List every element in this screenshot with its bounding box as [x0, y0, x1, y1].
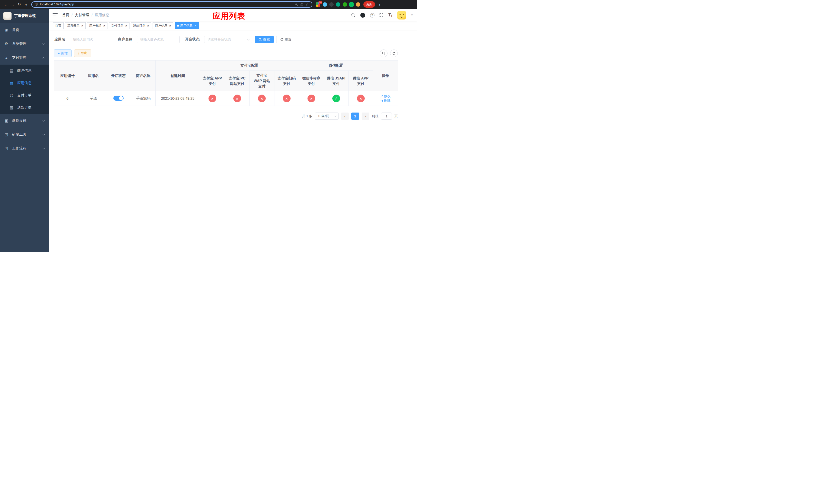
search-button[interactable]: 搜索	[255, 36, 273, 43]
export-button[interactable]: ↓ 导出	[74, 49, 91, 57]
grid-icon: ▦	[9, 81, 14, 85]
browser-home-button[interactable]: ⌂	[23, 1, 29, 8]
sidebar-item-dev-tools[interactable]: ◰ 研发工具	[0, 128, 49, 141]
bookmark-star-icon[interactable]: ☆	[306, 3, 309, 6]
user-avatar[interactable]	[397, 11, 406, 20]
font-size-icon[interactable]: TT	[388, 13, 392, 17]
chevron-up-icon	[43, 57, 45, 60]
browser-back-button[interactable]: ←	[3, 1, 9, 8]
goto-page-input[interactable]	[381, 113, 392, 120]
status-toggle[interactable]	[113, 96, 124, 101]
caret-down-icon[interactable]: ▼	[411, 14, 413, 17]
status-select[interactable]: 请选择开启状态	[204, 36, 252, 43]
extension-icon[interactable]: 10	[316, 2, 320, 7]
sidebar-item-workflow[interactable]: ◳ 工作流程	[0, 141, 49, 155]
app-name-input[interactable]	[70, 36, 112, 43]
sidebar-item-infrastructure[interactable]: ▣ 基础设施	[0, 114, 49, 128]
github-icon[interactable]	[360, 13, 365, 18]
sidebar-item-label: 首页	[12, 28, 19, 32]
col-wechat-app: 微信 APP 支付	[349, 71, 373, 91]
sidebar-item-home[interactable]: ◉ 首页	[0, 23, 49, 37]
sidebar-item-label: 应用信息	[17, 81, 31, 85]
tab-pay-order[interactable]: 支付订单 ×	[109, 22, 130, 29]
dashboard-icon: ◉	[4, 28, 9, 32]
cell-wechat-app: ×	[349, 91, 373, 106]
sidebar-toggle-icon[interactable]	[52, 13, 58, 17]
cell-actions: 修改 删除	[373, 91, 398, 106]
col-group-alipay: 支付宝配置	[200, 61, 299, 71]
fullscreen-icon[interactable]	[379, 13, 383, 17]
next-page-button[interactable]: ›	[361, 113, 369, 120]
close-icon[interactable]: ×	[194, 24, 196, 27]
breadcrumb-payment[interactable]: 支付管理	[75, 13, 89, 18]
edit-link[interactable]: 修改	[380, 94, 391, 98]
extension-icon[interactable]	[329, 2, 334, 7]
share-icon[interactable]	[300, 3, 304, 6]
search-icon[interactable]	[351, 13, 355, 18]
extension-icon[interactable]	[343, 2, 347, 7]
tab-home[interactable]: 首页	[53, 22, 64, 29]
delete-link[interactable]: 删除	[380, 98, 391, 103]
app-title: 芋道管理系统	[14, 14, 36, 18]
page-number-button[interactable]: 1	[351, 113, 359, 120]
col-alipay-scan: 支付宝扫码支付	[275, 71, 299, 91]
extension-icon[interactable]	[323, 2, 327, 7]
close-icon[interactable]: ×	[147, 24, 149, 27]
order-icon: ◎	[9, 93, 14, 98]
reset-button[interactable]: 重置	[276, 36, 295, 43]
merchant-name-input[interactable]	[137, 36, 179, 43]
sidebar-item-label: 退款订单	[17, 105, 31, 110]
sidebar-item-payment[interactable]: ¥ 支付管理	[0, 51, 49, 65]
password-key-icon[interactable]	[294, 3, 298, 6]
extension-icon[interactable]	[356, 2, 360, 7]
help-icon[interactable]: ?	[370, 13, 374, 18]
close-icon[interactable]: ×	[125, 24, 127, 27]
browser-reload-button[interactable]: ↻	[16, 1, 23, 8]
add-button[interactable]: + 新增	[54, 49, 71, 57]
breadcrumb-separator: /	[71, 13, 72, 17]
prev-page-button[interactable]: ‹	[341, 113, 349, 120]
navbar-actions: ? TT ▼	[351, 11, 413, 20]
payment-submenu: ▤ 商户信息 ▦ 应用信息 ◎ 支付订单 ▧ 退款订单	[0, 65, 49, 114]
goto-label: 前往	[372, 114, 378, 118]
sidebar-item-pay-order[interactable]: ◎ 支付订单	[0, 89, 49, 101]
status-fail-icon: ×	[357, 95, 365, 102]
status-fail-icon: ×	[283, 95, 290, 102]
tab-app-info[interactable]: 应用信息 ×	[175, 22, 199, 29]
browser-forward-button[interactable]: →	[9, 1, 16, 8]
site-info-icon[interactable]: ⓘ	[35, 2, 38, 7]
top-navbar: 首页 / 支付管理 / 应用信息 应用列表 ?	[49, 9, 417, 22]
tab-refund-order[interactable]: 退款订单 ×	[131, 22, 152, 29]
toolbox-icon: ◰	[4, 132, 9, 137]
address-bar[interactable]: ⓘ localhost:1024/pay/app ☆	[31, 1, 312, 8]
merchant-name-label: 商户名称	[118, 37, 132, 42]
sidebar-item-system[interactable]: ⚙ 系统管理	[0, 37, 49, 51]
page-size-select[interactable]: 10条/页	[315, 113, 338, 120]
browser-update-button[interactable]: 更新	[364, 1, 375, 8]
sidebar: 芋道管理系统 ◉ 首页 ⚙ 系统管理 ¥ 支付管理 ▤ 商户信息	[0, 9, 49, 252]
search-form: 应用名 商户名称 开启状态 请选择开启状态 搜索	[54, 36, 412, 43]
app-table: 应用编号 应用名 开启状态 商户名称 创建时间 支付宝配置 微信配置 操作 支付…	[54, 60, 398, 106]
breadcrumb-home[interactable]: 首页	[62, 13, 69, 18]
extension-icon[interactable]	[349, 2, 354, 7]
sidebar-item-app-info[interactable]: ▦ 应用信息	[0, 77, 49, 89]
page-title-annotation: 应用列表	[213, 11, 245, 22]
extension-icon[interactable]	[336, 2, 340, 7]
sidebar-item-merchant-info[interactable]: ▤ 商户信息	[0, 65, 49, 77]
sidebar-item-refund-order[interactable]: ▧ 退款订单	[0, 101, 49, 114]
tab-user-group[interactable]: 用户分组 ×	[87, 22, 108, 29]
sidebar-item-label: 基础设施	[12, 118, 26, 123]
workflow-icon: ◳	[4, 146, 9, 151]
refresh-button[interactable]	[390, 49, 398, 57]
toggle-search-button[interactable]	[380, 49, 388, 57]
sidebar-logo[interactable]: 芋道管理系统	[0, 9, 49, 23]
tab-process-form[interactable]: 流程表单 ×	[65, 22, 86, 29]
close-icon[interactable]: ×	[169, 24, 171, 27]
download-icon: ↓	[78, 52, 80, 55]
goto-suffix: 页	[394, 114, 398, 118]
close-icon[interactable]: ×	[81, 24, 83, 27]
tab-merchant-info[interactable]: 商户信息 ×	[153, 22, 173, 29]
browser-menu-icon[interactable]: ⋮	[378, 2, 381, 7]
close-icon[interactable]: ×	[103, 24, 105, 27]
status-fail-icon: ×	[307, 95, 315, 102]
